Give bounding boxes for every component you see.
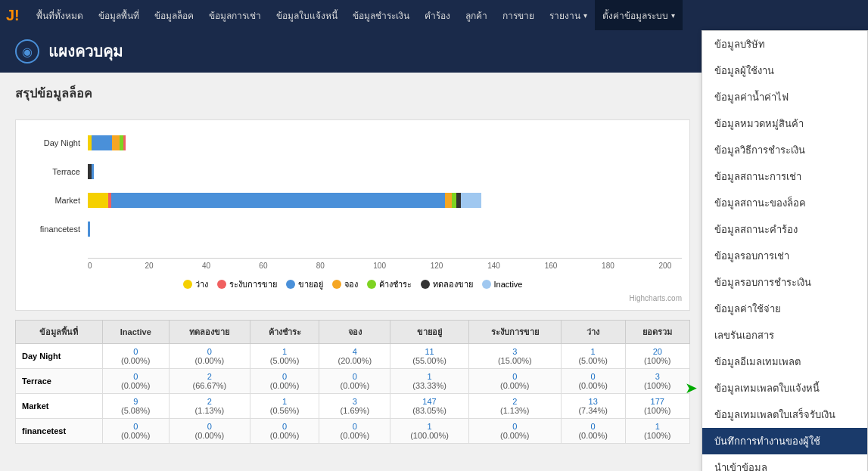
x-tick-0: 0 [88, 262, 110, 270]
dropdown-menu-item[interactable]: ข้อมูลค่าน้ำค่าไฟ [702, 84, 867, 110]
nav-reports[interactable]: รายงาน▾ [542, 0, 595, 30]
nav-sales[interactable]: การขาย [495, 0, 542, 30]
chart-label-market: Market [23, 196, 88, 205]
dropdown-menu-item[interactable]: ข้อมูลสถานะของล็อค [702, 190, 867, 216]
table-cell: 2(66.67%) [169, 369, 250, 394]
brand-logo: J! [6, 7, 20, 24]
table-cell: 0(0.00%) [102, 369, 169, 394]
dropdown-menu-item[interactable]: ข้อมูลอีเมลเทมเพลต [702, 349, 867, 375]
settings-dropdown-menu: ข้อมูลบริษัทข้อมูลผู้ใช้งานข้อมูลค่าน้ำค… [702, 30, 868, 455]
page-title: แผงควบคุม [48, 39, 123, 64]
x-tick-180: 180 [602, 262, 624, 270]
legend-dot-selling [286, 280, 295, 289]
dropdown-menu-item[interactable]: ข้อมูลบริษัท [702, 31, 867, 57]
table-cell: 1(0.56%) [250, 394, 319, 419]
x-tick-40: 40 [202, 262, 225, 270]
table-cell: 0(0.00%) [250, 419, 319, 444]
dropdown-menu-item[interactable]: ข้อมูลค่าใช้จ่าย [702, 296, 867, 322]
table-row: Market9(5.08%)2(1.13%)1(0.56%)3(1.69%)14… [16, 394, 690, 419]
table-cell: 4(20.00%) [319, 344, 390, 369]
legend-dot-vacant [183, 280, 192, 289]
legend-label-vacant: ว่าง [195, 277, 208, 291]
table-cell: 1(5.00%) [250, 344, 319, 369]
nav-settings[interactable]: ตั้งค่าข้อมูลระบบ▾ [595, 0, 683, 30]
legend-label-trial: ทดลองขาย [433, 277, 473, 291]
dropdown-menu-item[interactable]: ข้อมูลสถานะคำร้อง [702, 216, 867, 243]
legend-label-suspended: ระงับการขาย [229, 277, 277, 291]
th-area: ข้อมูลพื้นที่ [16, 321, 103, 344]
dropdown-menu-item[interactable]: ข้อมูลรอบการเช่า [702, 243, 867, 269]
table-cell: 0(0.00%) [468, 419, 561, 444]
table-cell-label: Market [16, 394, 103, 419]
table-cell: 0(0.00%) [169, 344, 250, 369]
th-overdue: ค้างชำระ [250, 321, 319, 344]
table-cell: 11(55.00%) [390, 344, 468, 369]
dropdown-menu-item[interactable]: ข้อมูลสถานะการเช่า [702, 163, 867, 190]
data-table: ข้อมูลพื้นที่ Inactive ทดลองขาย ค้างชำระ… [15, 320, 690, 444]
nav-invoice-info[interactable]: ข้อมูลใบแจ้งหนี้ [269, 0, 345, 30]
th-suspended: ระงับการขาย [468, 321, 561, 344]
legend-dot-overdue [367, 280, 376, 289]
legend-dot-reserved [332, 280, 341, 289]
table-cell: 0(0.00%) [561, 369, 625, 394]
dropdown-menu-item[interactable]: ข้อมูลหมวดหมู่สินค้า [702, 110, 867, 137]
legend-vacant: ว่าง [183, 277, 208, 291]
dropdown-menu-item[interactable]: ข้อมูลรอบการชำระเงิน [702, 269, 867, 296]
legend-dot-trial [421, 280, 430, 289]
x-tick-140: 140 [487, 262, 510, 270]
table-cell: 177(100%) [625, 394, 690, 419]
table-cell: 0(0.00%) [319, 419, 390, 444]
x-tick-160: 160 [545, 262, 568, 270]
table-cell: 2(1.13%) [468, 394, 561, 419]
dropdown-menu-item[interactable]: ข้อมูลผู้ใช้งาน [702, 57, 867, 84]
legend-label-inactive: Inactive [494, 280, 523, 289]
legend-label-selling: ขายอยู่ [298, 277, 323, 291]
section-title: สรุปข้อมูลล็อค [15, 84, 92, 103]
th-trial: ทดลองขาย [169, 321, 250, 344]
x-tick-20: 20 [145, 262, 167, 270]
th-selling: ขายอยู่ [390, 321, 468, 344]
dropdown-menu-item[interactable]: เลขรันเอกสาร [702, 322, 867, 349]
legend-selling: ขายอยู่ [286, 277, 323, 291]
dropdown-menu-item[interactable]: บันทึกการทำงานของผู้ใช้ [702, 428, 867, 454]
chart-label-daynight: Day Night [23, 138, 88, 147]
table-cell: 0(0.00%) [468, 369, 561, 394]
nav-complaint[interactable]: คำร้อง [417, 0, 458, 30]
x-tick-80: 80 [316, 262, 339, 270]
page-header-icon: ◉ [15, 39, 39, 64]
x-tick-200: 200 [659, 262, 682, 270]
legend-trial: ทดลองขาย [421, 277, 473, 291]
dropdown-menu-item[interactable]: ข้อมูลเทมเพลตใบเสร็จรับเงิน [702, 401, 867, 428]
table-cell: 13(7.34%) [561, 394, 625, 419]
nav-rental-info[interactable]: ข้อมูลการเช่า [201, 0, 269, 30]
table-cell: 0(0.00%) [319, 369, 390, 394]
legend-label-reserved: จอง [344, 277, 358, 291]
nav-all-areas[interactable]: พื้นที่ทั้งหมด [29, 0, 91, 30]
table-cell: 9(5.08%) [102, 394, 169, 419]
dropdown-menu-item[interactable]: นำเข้าข้อมูล [702, 454, 867, 455]
x-tick-60: 60 [259, 262, 282, 270]
table-cell: 1(100%) [625, 419, 690, 444]
bar-market [88, 193, 682, 208]
nav-customer[interactable]: ลูกค้า [458, 0, 495, 30]
table-cell: 147(83.05%) [390, 394, 468, 419]
bar-daynight [88, 135, 682, 150]
table-cell: 1(33.33%) [390, 369, 468, 394]
legend-suspended: ระงับการขาย [217, 277, 277, 291]
dropdown-menu-item[interactable]: ข้อมูลเทมเพลตใบแจ้งหนี้ [702, 375, 867, 401]
nav-area-info[interactable]: ข้อมูลพื้นที่ [91, 0, 147, 30]
table-cell: 3(100%) [625, 369, 690, 394]
legend-inactive: Inactive [482, 277, 523, 291]
bar-terrace [88, 164, 682, 179]
th-reserved: จอง [319, 321, 390, 344]
chart-row-terrace: Terrace [23, 164, 682, 179]
top-navbar: J! พื้นที่ทั้งหมด ข้อมูลพื้นที่ ข้อมูลล็… [0, 0, 868, 30]
nav-payment-info[interactable]: ข้อมูลชำระเงิน [345, 0, 417, 30]
table-cell: 3(1.69%) [319, 394, 390, 419]
chart-row-financetest: financetest [23, 222, 682, 237]
th-vacant: ว่าง [561, 321, 625, 344]
table-row: financetest0(0.00%)0(0.00%)0(0.00%)0(0.0… [16, 419, 690, 444]
dropdown-menu-item[interactable]: ข้อมูลวิธีการชำระเงิน [702, 137, 867, 163]
nav-lock-info[interactable]: ข้อมูลล็อค [147, 0, 201, 30]
table-cell-label: Day Night [16, 344, 103, 369]
